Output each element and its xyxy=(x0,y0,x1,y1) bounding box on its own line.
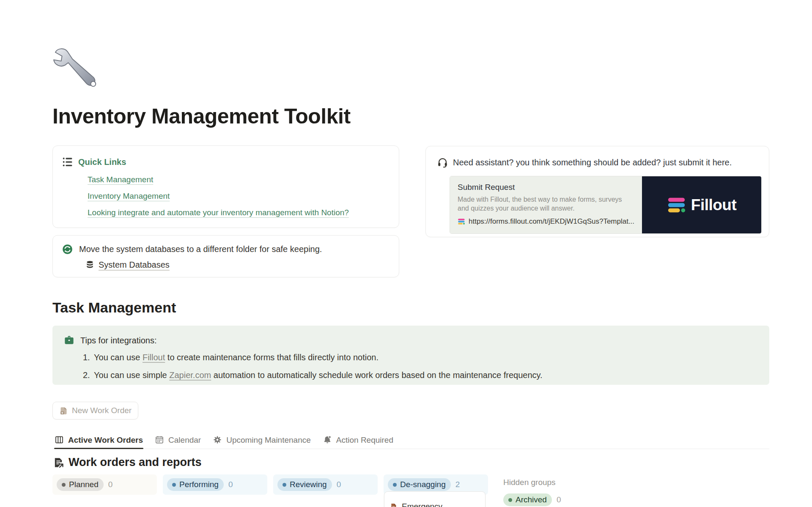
board-heading: Work orders and reports xyxy=(52,456,202,469)
column-performing: Performing 0 xyxy=(163,474,267,495)
bell-icon xyxy=(323,435,332,445)
link-automation-guide[interactable]: Looking integrate and automate your inve… xyxy=(88,208,349,217)
assist-callout: Need assistant? you think something shou… xyxy=(425,146,769,237)
fillout-link[interactable]: Fillout xyxy=(143,353,165,362)
view-tabs: Active Work Orders Calendar xyxy=(52,431,769,449)
embed-title: Submit Request xyxy=(458,183,634,192)
group-pill-reviewing[interactable]: Reviewing xyxy=(277,478,332,491)
group-pill-archived[interactable]: Archived xyxy=(503,493,552,506)
group-count: 0 xyxy=(228,480,233,489)
embed-info: Submit Request Made with Fillout, the be… xyxy=(450,176,642,233)
group-pill-de-snagging[interactable]: De-snagging xyxy=(388,478,451,491)
new-work-order-button[interactable]: New Work Order xyxy=(52,402,138,419)
move-databases-callout: Move the system databases to a different… xyxy=(52,235,399,277)
tab-calendar[interactable]: Calendar xyxy=(154,431,201,449)
document-icon xyxy=(390,503,398,507)
wrench-emoji-icon[interactable] xyxy=(53,46,103,96)
page-title: Inventory Management Toolkit xyxy=(52,104,351,129)
tips-item-1: 1. You can use Fillout to create mainten… xyxy=(83,353,757,362)
column-planned: Planned 0 xyxy=(52,474,157,495)
database-icon xyxy=(85,260,95,270)
fillout-wordmark: Fillout xyxy=(691,196,736,214)
hidden-groups-section: Hidden groups Archived 0 xyxy=(503,478,561,506)
list-number: 2. xyxy=(83,370,94,380)
hidden-groups-toggle[interactable]: Hidden groups xyxy=(503,478,561,487)
embed-description: Made with Fillout, the best way to make … xyxy=(458,195,625,213)
notion-page: Inventory Management Toolkit Quick Links… xyxy=(0,0,812,507)
status-dot xyxy=(508,498,512,502)
assist-text: Need assistant? you think something shou… xyxy=(453,156,732,167)
group-count: 0 xyxy=(108,480,113,489)
column-reviewing: Reviewing 0 xyxy=(273,474,378,495)
status-dot xyxy=(172,483,176,487)
task-management-heading: Task Management xyxy=(52,299,176,316)
tips-item-2: 2. You can use simple Zapier.com automat… xyxy=(83,370,757,380)
fillout-favicon-icon xyxy=(458,218,465,225)
list-number: 1. xyxy=(83,353,94,362)
move-note-text: Move the system databases to a different… xyxy=(79,244,322,254)
status-dot xyxy=(283,483,286,487)
status-dot xyxy=(393,483,397,487)
fillout-brand-panel: Fillout xyxy=(642,176,761,233)
zapier-link[interactable]: Zapier.com xyxy=(169,370,211,380)
card-title: Emergency xyxy=(402,502,442,507)
quick-links-title: Quick Links xyxy=(78,156,126,167)
tab-active-work-orders[interactable]: Active Work Orders xyxy=(54,431,143,449)
tab-upcoming-maintenance[interactable]: Upcoming Maintenance xyxy=(212,431,311,449)
gear-icon xyxy=(213,435,222,445)
tips-title: Tips for integrations: xyxy=(80,334,156,345)
system-databases-link[interactable]: System Databases xyxy=(85,260,170,270)
linked-database-icon xyxy=(52,457,64,469)
group-count: 0 xyxy=(557,495,561,504)
new-document-icon xyxy=(59,406,68,415)
link-task-management[interactable]: Task Management xyxy=(88,175,153,184)
status-dot xyxy=(62,483,66,487)
briefcase-icon xyxy=(63,334,75,346)
list-icon xyxy=(62,156,74,168)
quick-links-callout: Quick Links Task Management Inventory Ma… xyxy=(52,145,399,228)
embed-url-link[interactable]: https://forms.fillout.com/t/jEKDjW1GqSus… xyxy=(469,217,634,226)
headset-icon xyxy=(437,156,448,168)
transfer-icon xyxy=(62,244,73,255)
system-databases-label: System Databases xyxy=(99,260,170,270)
link-inventory-management[interactable]: Inventory Management xyxy=(88,192,170,201)
calendar-icon xyxy=(155,435,165,445)
tips-callout: Tips for integrations: 1. You can use Fi… xyxy=(52,326,769,385)
tab-action-required[interactable]: Action Required xyxy=(322,431,394,449)
fillout-embed-bookmark[interactable]: Submit Request Made with Fillout, the be… xyxy=(450,176,762,234)
new-work-order-label: New Work Order xyxy=(72,406,132,415)
group-count: 2 xyxy=(455,480,460,489)
work-order-card-emergency[interactable]: Emergency xyxy=(384,491,486,507)
group-pill-planned[interactable]: Planned xyxy=(57,478,104,491)
board-heading-label: Work orders and reports xyxy=(69,456,202,469)
group-count: 0 xyxy=(337,480,341,489)
group-pill-performing[interactable]: Performing xyxy=(167,478,224,491)
fillout-logo-icon xyxy=(667,195,686,215)
board-icon xyxy=(55,435,64,445)
